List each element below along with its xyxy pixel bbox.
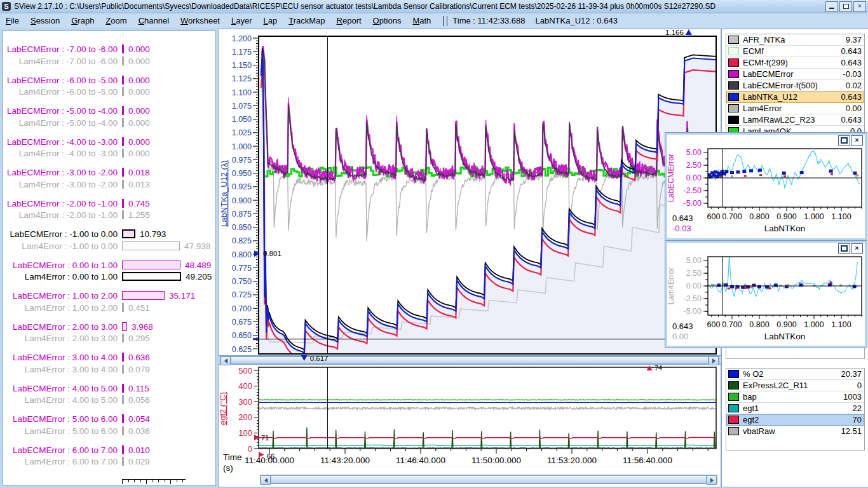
svg-text:Time: Time bbox=[223, 452, 242, 462]
channel-name: % O2 bbox=[743, 369, 841, 379]
title-bar: S SView 2.17.10 : C:\Users\Public\Docume… bbox=[0, 0, 868, 13]
svg-text:0.850: 0.850 bbox=[232, 223, 252, 232]
svg-text:-5.00: -5.00 bbox=[684, 307, 702, 316]
channel-name: ECMf bbox=[743, 46, 841, 56]
histogram-row: Lam4Error : 3.00 to 4.000.079 bbox=[3, 364, 213, 376]
histogram-row: LabECMError : 6.00 to 7.000.010 bbox=[3, 445, 213, 456]
menu-worksheet[interactable]: Worksheet bbox=[175, 15, 226, 27]
channel-row-expressl2c-r11[interactable]: ExPressL2C_R110 bbox=[726, 380, 864, 391]
channel-list-bottom: % O220.37ExPressL2C_R110bap1003egt122egt… bbox=[726, 368, 865, 451]
menu-file[interactable]: File bbox=[0, 15, 25, 27]
svg-text:100: 100 bbox=[238, 428, 252, 438]
channel-row-egt1[interactable]: egt122 bbox=[726, 403, 864, 414]
close-button[interactable]: × bbox=[853, 1, 866, 12]
close-icon[interactable]: × bbox=[851, 135, 863, 146]
svg-text:0.775: 0.775 bbox=[232, 264, 252, 273]
svg-text:71: 71 bbox=[261, 434, 269, 442]
channel-row-vbatraw[interactable]: vbatRaw12.51 bbox=[726, 426, 864, 437]
channel-value: 0.643 bbox=[841, 115, 864, 125]
menu-trackmap[interactable]: TrackMap bbox=[283, 15, 330, 27]
scatter-plot-lam4error[interactable]: 5.002.500.00-2.50-5.006000.7000.8000.900… bbox=[667, 243, 865, 346]
svg-text:0.725: 0.725 bbox=[232, 290, 252, 299]
histogram-row: Lam4Error : -6.00 to -5.000.000 bbox=[3, 86, 213, 98]
histogram-row: LabECMError : -3.00 to -2.000.018 bbox=[3, 167, 213, 179]
main-chart[interactable]: 0.6250.6500.6750.7000.7250.7500.7750.800… bbox=[218, 29, 720, 369]
histogram-row: Lam4Error : -7.00 to -6.000.000 bbox=[3, 56, 213, 67]
channel-color-swatch bbox=[728, 93, 739, 101]
minimize-button[interactable] bbox=[825, 1, 838, 12]
histogram-row: Lam4Error : -1.00 to 0.0047.938 bbox=[3, 241, 213, 252]
scatter-window-lam4error[interactable]: × 5.002.500.00-2.50-5.006000.7000.8000.9… bbox=[665, 240, 867, 348]
channel-value: 20.37 bbox=[841, 369, 864, 379]
channel-value: 0.643 bbox=[841, 92, 864, 102]
channel-row--o2[interactable]: % O220.37 bbox=[726, 369, 864, 380]
channel-value: 70 bbox=[853, 415, 864, 424]
menu-math[interactable]: Math bbox=[407, 15, 437, 27]
window-title: SView 2.17.10 : C:\Users\Public\Document… bbox=[14, 2, 715, 11]
svg-text:LabECMError: LabECMError bbox=[667, 154, 675, 202]
channel-value: 9.37 bbox=[846, 35, 864, 44]
error-histogram-panel: LabECMError : -7.00 to -6.000.000Lam4Err… bbox=[3, 30, 216, 485]
channel-row-afr-ntka[interactable]: AFR_NTKa9.37 bbox=[726, 34, 864, 46]
menu-session[interactable]: Session bbox=[25, 15, 65, 27]
restore-button[interactable] bbox=[839, 1, 852, 12]
histogram-row: Lam4Error : -4.00 to -3.000.000 bbox=[3, 148, 213, 159]
channel-value: -0.03 bbox=[843, 69, 864, 79]
channel-value: 1003 bbox=[843, 392, 864, 402]
scatter-plot-labecmerror[interactable]: 5.002.500.00-2.50-5.006000.7000.8000.900… bbox=[667, 135, 865, 238]
channel-row-egt2[interactable]: egt270 bbox=[726, 414, 864, 426]
channel-row-lam4rawl2c-r23[interactable]: Lam4RawL2C_R230.643 bbox=[726, 114, 864, 126]
maximize-icon[interactable] bbox=[838, 135, 850, 146]
svg-text:66: 66 bbox=[267, 452, 275, 460]
svg-text:0.925: 0.925 bbox=[232, 182, 252, 191]
histogram-row: LabECMError : -2.00 to -1.000.745 bbox=[3, 198, 213, 210]
menu-graph[interactable]: Graph bbox=[65, 15, 100, 27]
svg-text:0.825: 0.825 bbox=[232, 236, 252, 245]
svg-text:1.100: 1.100 bbox=[232, 88, 252, 97]
channel-row-labecmerror-f-500-[interactable]: LabECMError-f(500)0.02 bbox=[726, 80, 864, 92]
svg-text:Lam4Error: Lam4Error bbox=[667, 267, 675, 304]
channel-color-swatch bbox=[728, 404, 739, 412]
histogram-row: LabECMError : -7.00 to -6.000.000 bbox=[3, 44, 213, 55]
channel-row-bap[interactable]: bap1003 bbox=[726, 391, 864, 403]
svg-text:300: 300 bbox=[238, 397, 252, 407]
svg-text:LabNTKon: LabNTKon bbox=[764, 224, 806, 233]
svg-text:-5.00: -5.00 bbox=[684, 199, 702, 208]
histogram-row: Lam4Error : 0.00 to 1.0049.205 bbox=[3, 271, 213, 283]
scroll-left-icon[interactable] bbox=[261, 475, 271, 485]
scroll-right-icon[interactable] bbox=[707, 475, 717, 485]
sview-app: S SView 2.17.10 : C:\Users\Public\Docume… bbox=[0, 0, 868, 488]
channel-value: 22 bbox=[853, 403, 864, 413]
svg-text:0.750: 0.750 bbox=[232, 277, 252, 286]
menu-options[interactable]: Options bbox=[367, 15, 407, 27]
menu-report[interactable]: Report bbox=[331, 15, 367, 27]
egt-chart[interactable]: 0100200300400500egt2 (°C)11:40:00.00011:… bbox=[218, 364, 720, 486]
scrollbar-thumb[interactable] bbox=[271, 475, 707, 484]
maximize-icon[interactable] bbox=[838, 243, 850, 254]
channel-name: egt2 bbox=[743, 415, 853, 424]
histogram-row: LabECMError : 5.00 to 6.000.054 bbox=[3, 414, 213, 425]
channel-row-ecmf[interactable]: ECMf0.643 bbox=[726, 46, 864, 57]
svg-text:11:50:00.000: 11:50:00.000 bbox=[471, 456, 521, 465]
histogram-row: Lam4Error : 4.00 to 5.000.056 bbox=[3, 395, 213, 406]
scatter-window-labecmerror[interactable]: × 5.002.500.00-2.50-5.006000.7000.8000.9… bbox=[665, 132, 867, 241]
svg-text:1.000: 1.000 bbox=[232, 142, 252, 151]
svg-text:0.643: 0.643 bbox=[672, 322, 693, 331]
svg-text:0.875: 0.875 bbox=[232, 210, 252, 219]
channel-row-labntka-u12[interactable]: LabNTKa_U120.643 bbox=[726, 92, 864, 103]
time-scrollbar[interactable] bbox=[260, 475, 717, 484]
histogram-row: LabECMError : 4.00 to 5.000.115 bbox=[3, 383, 213, 395]
menu-channel[interactable]: Channel bbox=[133, 15, 175, 27]
menu-layer[interactable]: Layer bbox=[226, 15, 258, 27]
close-icon[interactable]: × bbox=[851, 243, 863, 254]
menu-lap[interactable]: Lap bbox=[258, 15, 283, 27]
svg-text:1.175: 1.175 bbox=[232, 48, 252, 57]
channel-row-labecmerror[interactable]: LabECMError-0.03 bbox=[726, 69, 864, 80]
channel-row-lam4error[interactable]: Lam4Error0.00 bbox=[726, 103, 864, 114]
svg-text:(s): (s) bbox=[223, 463, 233, 473]
channel-row-ecmf-f-299-[interactable]: ECMf-f(299)0.643 bbox=[726, 57, 864, 69]
svg-text:0.00: 0.00 bbox=[686, 281, 702, 290]
svg-text:0.801: 0.801 bbox=[263, 250, 281, 257]
channel-name: LabECMError bbox=[743, 69, 843, 79]
menu-zoom[interactable]: Zoom bbox=[100, 15, 132, 27]
